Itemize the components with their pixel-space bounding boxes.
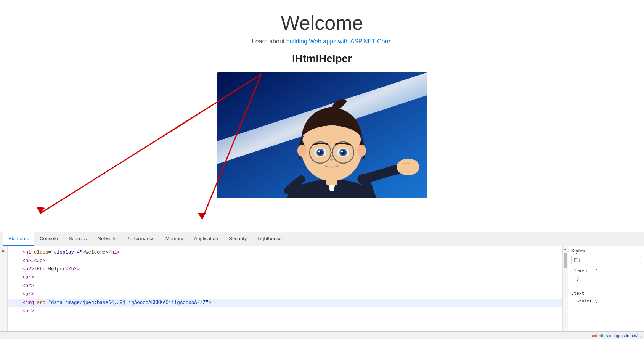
- devtools-panel: Elements Console Sources Network Perform…: [0, 232, 644, 339]
- html-line-2: <p>…</p>: [8, 257, 562, 265]
- subtitle-text: Learn about: [252, 38, 286, 45]
- subtitle-link[interactable]: building Web apps with ASP.NET Core.: [286, 38, 392, 45]
- tab-lighthouse[interactable]: Lighthouse: [252, 232, 287, 246]
- anime-image: [217, 72, 427, 198]
- tab-sources[interactable]: Sources: [63, 232, 92, 246]
- html-line-img: <img src="data:image/jpeg;base64,/9j…igA…: [8, 299, 562, 307]
- devtools-toolbar: Elements Console Sources Network Perform…: [0, 232, 644, 246]
- devtools-scrollbar[interactable]: ▲: [562, 246, 568, 331]
- page-title: Welcome: [281, 11, 363, 34]
- devtools-left-panel: ▶: [0, 246, 8, 331]
- scroll-thumb[interactable]: [564, 253, 567, 268]
- main-content: Welcome Learn about building Web apps wi…: [0, 0, 644, 232]
- page-subtitle: Learn about building Web apps with ASP.N…: [252, 38, 392, 45]
- tab-performance[interactable]: Performance: [121, 232, 160, 246]
- svg-point-20: [330, 158, 334, 161]
- svg-point-6: [357, 145, 366, 157]
- style-rule-element: element. { } .text- center {: [571, 267, 641, 305]
- styles-filter-input[interactable]: [571, 256, 641, 264]
- html-line-1: <h1 class="display-4">Welcome</h1>: [8, 248, 562, 257]
- html-line-4: <br>: [8, 273, 562, 282]
- tab-memory[interactable]: Memory: [160, 232, 189, 246]
- devtools-status-bar: text- https://blog.csdn.net/...: [0, 331, 644, 339]
- html-panel[interactable]: <h1 class="display-4">Welcome</h1> <p>…<…: [8, 246, 562, 331]
- styles-header: Styles: [571, 248, 641, 254]
- tab-application[interactable]: Application: [189, 232, 224, 246]
- html-line-5: <br>: [8, 282, 562, 290]
- svg-point-15: [318, 151, 320, 153]
- svg-point-19: [341, 151, 343, 153]
- collapse-button[interactable]: ▶: [1, 247, 7, 254]
- html-line-6: <br>: [8, 290, 562, 299]
- page-heading: IHtmlHelper: [292, 53, 352, 65]
- styles-panel: Styles element. { } .text- center {: [568, 246, 644, 331]
- tab-network[interactable]: Network: [92, 232, 121, 246]
- svg-point-5: [297, 145, 307, 157]
- html-line-hr: <hr>: [8, 307, 562, 315]
- tab-security[interactable]: Security: [223, 232, 252, 246]
- scroll-up-arrow[interactable]: ▲: [563, 246, 568, 251]
- html-line-3: <h2>IHtmlHelper</h2>: [8, 265, 562, 273]
- main-page-area: Welcome Learn about building Web apps wi…: [0, 0, 644, 232]
- tab-console[interactable]: Console: [34, 232, 63, 246]
- status-text: text-: [591, 333, 599, 338]
- status-url: https://blog.csdn.net/...: [599, 333, 641, 338]
- svg-rect-22: [412, 160, 417, 172]
- tab-elements[interactable]: Elements: [3, 232, 34, 246]
- devtools-content-row: ▶ <h1 class="display-4">Welcome</h1> <p>…: [0, 246, 644, 331]
- img-src-link[interactable]: data:image/jpeg;base64,/9j…igAooooAKKKKA…: [51, 300, 206, 305]
